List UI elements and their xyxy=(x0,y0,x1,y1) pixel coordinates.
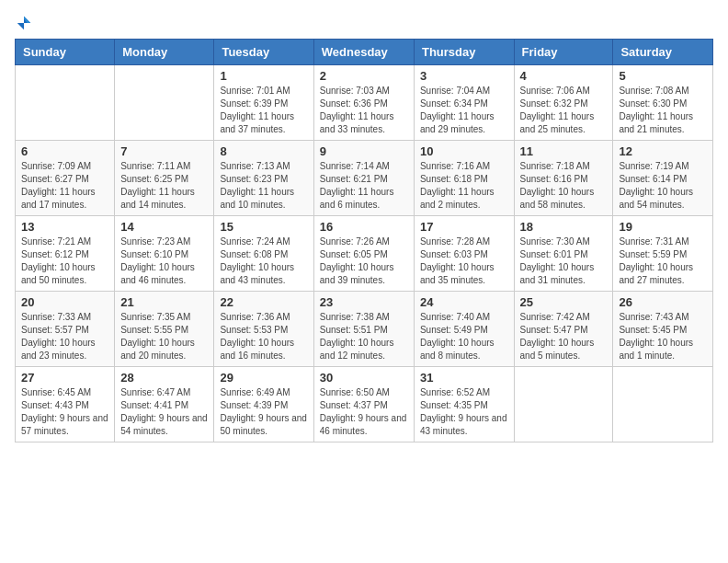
day-info: Sunrise: 7:40 AMSunset: 5:49 PMDaylight:… xyxy=(420,311,508,362)
day-info: Sunrise: 7:04 AMSunset: 6:34 PMDaylight:… xyxy=(420,85,508,136)
day-info: Sunrise: 7:13 AMSunset: 6:23 PMDaylight:… xyxy=(220,160,307,212)
day-number: 11 xyxy=(520,144,608,158)
day-number: 26 xyxy=(619,295,707,309)
day-number: 31 xyxy=(420,371,508,385)
calendar-week-row: 6Sunrise: 7:09 AMSunset: 6:27 PMDaylight… xyxy=(16,141,713,216)
day-info: Sunrise: 7:01 AMSunset: 6:39 PMDaylight:… xyxy=(220,85,307,136)
day-info: Sunrise: 6:52 AMSunset: 4:35 PMDaylight:… xyxy=(420,386,508,438)
day-number: 6 xyxy=(21,144,108,158)
day-number: 27 xyxy=(21,371,108,385)
logo xyxy=(15,15,33,31)
calendar-cell: 14Sunrise: 7:23 AMSunset: 6:10 PMDayligh… xyxy=(115,216,214,292)
calendar-cell: 17Sunrise: 7:28 AMSunset: 6:03 PMDayligh… xyxy=(414,216,514,292)
calendar-cell xyxy=(16,65,115,141)
day-header-tuesday: Tuesday xyxy=(214,40,313,65)
day-number: 22 xyxy=(220,295,307,309)
day-info: Sunrise: 7:26 AMSunset: 6:05 PMDaylight:… xyxy=(320,236,408,287)
day-info: Sunrise: 7:21 AMSunset: 6:12 PMDaylight:… xyxy=(21,236,108,287)
day-header-monday: Monday xyxy=(115,40,214,65)
calendar-header-row: SundayMondayTuesdayWednesdayThursdayFrid… xyxy=(16,40,713,65)
calendar-cell: 20Sunrise: 7:33 AMSunset: 5:57 PMDayligh… xyxy=(16,292,115,367)
calendar-week-row: 1Sunrise: 7:01 AMSunset: 6:39 PMDaylight… xyxy=(16,65,713,141)
calendar-cell: 4Sunrise: 7:06 AMSunset: 6:32 PMDaylight… xyxy=(514,65,613,141)
calendar-cell: 30Sunrise: 6:50 AMSunset: 4:37 PMDayligh… xyxy=(313,367,414,442)
day-number: 15 xyxy=(220,220,307,234)
day-info: Sunrise: 7:30 AMSunset: 6:01 PMDaylight:… xyxy=(520,236,608,287)
day-info: Sunrise: 7:11 AMSunset: 6:25 PMDaylight:… xyxy=(120,160,208,212)
page-header xyxy=(15,15,713,31)
day-number: 18 xyxy=(520,220,608,234)
calendar-cell: 5Sunrise: 7:08 AMSunset: 6:30 PMDaylight… xyxy=(613,65,713,141)
day-number: 12 xyxy=(619,144,707,158)
day-number: 10 xyxy=(420,144,508,158)
calendar-cell: 25Sunrise: 7:42 AMSunset: 5:47 PMDayligh… xyxy=(514,292,613,367)
day-number: 5 xyxy=(619,69,707,83)
calendar-cell: 18Sunrise: 7:30 AMSunset: 6:01 PMDayligh… xyxy=(514,216,613,292)
day-info: Sunrise: 6:45 AMSunset: 4:43 PMDaylight:… xyxy=(21,386,108,438)
day-info: Sunrise: 7:35 AMSunset: 5:55 PMDaylight:… xyxy=(120,311,208,362)
day-info: Sunrise: 7:18 AMSunset: 6:16 PMDaylight:… xyxy=(520,160,608,212)
day-info: Sunrise: 6:49 AMSunset: 4:39 PMDaylight:… xyxy=(220,386,307,438)
day-number: 21 xyxy=(120,295,208,309)
day-number: 13 xyxy=(21,220,108,234)
day-number: 25 xyxy=(520,295,608,309)
day-header-saturday: Saturday xyxy=(613,40,713,65)
calendar-cell: 28Sunrise: 6:47 AMSunset: 4:41 PMDayligh… xyxy=(115,367,214,442)
calendar-cell: 13Sunrise: 7:21 AMSunset: 6:12 PMDayligh… xyxy=(16,216,115,292)
calendar-cell: 1Sunrise: 7:01 AMSunset: 6:39 PMDaylight… xyxy=(214,65,313,141)
day-header-wednesday: Wednesday xyxy=(313,40,414,65)
day-info: Sunrise: 7:43 AMSunset: 5:45 PMDaylight:… xyxy=(619,311,707,362)
day-number: 16 xyxy=(320,220,408,234)
day-number: 29 xyxy=(220,371,307,385)
day-info: Sunrise: 7:14 AMSunset: 6:21 PMDaylight:… xyxy=(320,160,408,212)
day-info: Sunrise: 7:16 AMSunset: 6:18 PMDaylight:… xyxy=(420,160,508,212)
day-info: Sunrise: 7:06 AMSunset: 6:32 PMDaylight:… xyxy=(520,85,608,136)
day-header-sunday: Sunday xyxy=(16,40,115,65)
calendar-week-row: 27Sunrise: 6:45 AMSunset: 4:43 PMDayligh… xyxy=(16,367,713,442)
day-number: 9 xyxy=(320,144,408,158)
calendar-cell: 15Sunrise: 7:24 AMSunset: 6:08 PMDayligh… xyxy=(214,216,313,292)
calendar-cell: 29Sunrise: 6:49 AMSunset: 4:39 PMDayligh… xyxy=(214,367,313,442)
calendar-cell: 11Sunrise: 7:18 AMSunset: 6:16 PMDayligh… xyxy=(514,141,613,216)
calendar-cell: 21Sunrise: 7:35 AMSunset: 5:55 PMDayligh… xyxy=(115,292,214,367)
day-header-thursday: Thursday xyxy=(414,40,514,65)
day-number: 1 xyxy=(220,69,307,83)
calendar-table: SundayMondayTuesdayWednesdayThursdayFrid… xyxy=(15,39,713,442)
calendar-cell: 31Sunrise: 6:52 AMSunset: 4:35 PMDayligh… xyxy=(414,367,514,442)
day-info: Sunrise: 7:38 AMSunset: 5:51 PMDaylight:… xyxy=(320,311,408,362)
calendar-cell: 10Sunrise: 7:16 AMSunset: 6:18 PMDayligh… xyxy=(414,141,514,216)
day-info: Sunrise: 7:33 AMSunset: 5:57 PMDaylight:… xyxy=(21,311,108,362)
calendar-cell: 27Sunrise: 6:45 AMSunset: 4:43 PMDayligh… xyxy=(16,367,115,442)
logo-icon xyxy=(16,15,32,31)
day-number: 28 xyxy=(120,371,208,385)
day-number: 19 xyxy=(619,220,707,234)
calendar-cell: 7Sunrise: 7:11 AMSunset: 6:25 PMDaylight… xyxy=(115,141,214,216)
calendar-cell: 12Sunrise: 7:19 AMSunset: 6:14 PMDayligh… xyxy=(613,141,713,216)
calendar-cell: 22Sunrise: 7:36 AMSunset: 5:53 PMDayligh… xyxy=(214,292,313,367)
day-number: 24 xyxy=(420,295,508,309)
day-info: Sunrise: 6:50 AMSunset: 4:37 PMDaylight:… xyxy=(320,386,408,438)
calendar-cell: 24Sunrise: 7:40 AMSunset: 5:49 PMDayligh… xyxy=(414,292,514,367)
day-info: Sunrise: 7:23 AMSunset: 6:10 PMDaylight:… xyxy=(120,236,208,287)
day-info: Sunrise: 7:19 AMSunset: 6:14 PMDaylight:… xyxy=(619,160,707,212)
calendar-cell: 2Sunrise: 7:03 AMSunset: 6:36 PMDaylight… xyxy=(313,65,414,141)
day-info: Sunrise: 7:24 AMSunset: 6:08 PMDaylight:… xyxy=(220,236,307,287)
day-number: 17 xyxy=(420,220,508,234)
day-info: Sunrise: 7:28 AMSunset: 6:03 PMDaylight:… xyxy=(420,236,508,287)
calendar-cell: 23Sunrise: 7:38 AMSunset: 5:51 PMDayligh… xyxy=(313,292,414,367)
day-number: 30 xyxy=(320,371,408,385)
day-number: 2 xyxy=(320,69,408,83)
day-info: Sunrise: 7:42 AMSunset: 5:47 PMDaylight:… xyxy=(520,311,608,362)
calendar-cell: 16Sunrise: 7:26 AMSunset: 6:05 PMDayligh… xyxy=(313,216,414,292)
calendar-week-row: 20Sunrise: 7:33 AMSunset: 5:57 PMDayligh… xyxy=(16,292,713,367)
day-info: Sunrise: 7:36 AMSunset: 5:53 PMDaylight:… xyxy=(220,311,307,362)
calendar-cell: 9Sunrise: 7:14 AMSunset: 6:21 PMDaylight… xyxy=(313,141,414,216)
calendar-cell: 3Sunrise: 7:04 AMSunset: 6:34 PMDaylight… xyxy=(414,65,514,141)
day-info: Sunrise: 6:47 AMSunset: 4:41 PMDaylight:… xyxy=(120,386,208,438)
day-info: Sunrise: 7:31 AMSunset: 5:59 PMDaylight:… xyxy=(619,236,707,287)
day-info: Sunrise: 7:03 AMSunset: 6:36 PMDaylight:… xyxy=(320,85,408,136)
day-number: 4 xyxy=(520,69,608,83)
day-info: Sunrise: 7:08 AMSunset: 6:30 PMDaylight:… xyxy=(619,85,707,136)
calendar-cell xyxy=(613,367,713,442)
day-number: 8 xyxy=(220,144,307,158)
